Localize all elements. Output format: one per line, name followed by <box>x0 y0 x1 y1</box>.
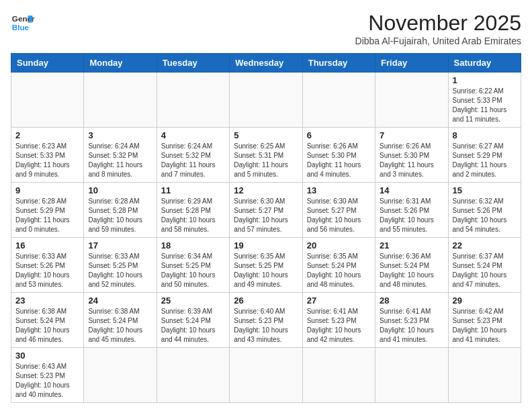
day-number: 19 <box>234 240 298 250</box>
calendar-cell: 30Sunrise: 6:43 AM Sunset: 5:23 PM Dayli… <box>11 348 84 403</box>
calendar-cell: 14Sunrise: 6:31 AM Sunset: 5:26 PM Dayli… <box>375 183 448 238</box>
calendar-cell: 18Sunrise: 6:34 AM Sunset: 5:25 PM Dayli… <box>157 238 229 293</box>
calendar-cell <box>230 348 302 403</box>
weekday-header-wednesday: Wednesday <box>230 54 302 73</box>
calendar-cell: 2Sunrise: 6:23 AM Sunset: 5:33 PM Daylig… <box>11 128 84 183</box>
day-info: Sunrise: 6:35 AM Sunset: 5:25 PM Dayligh… <box>234 252 298 289</box>
day-number: 26 <box>234 295 298 306</box>
calendar-cell: 4Sunrise: 6:24 AM Sunset: 5:32 PM Daylig… <box>157 128 229 183</box>
day-info: Sunrise: 6:33 AM Sunset: 5:26 PM Dayligh… <box>15 252 79 289</box>
day-info: Sunrise: 6:43 AM Sunset: 5:23 PM Dayligh… <box>15 362 79 400</box>
day-info: Sunrise: 6:32 AM Sunset: 5:26 PM Dayligh… <box>453 197 517 234</box>
day-info: Sunrise: 6:22 AM Sunset: 5:33 PM Dayligh… <box>453 87 517 124</box>
day-info: Sunrise: 6:25 AM Sunset: 5:31 PM Dayligh… <box>234 142 298 179</box>
day-number: 3 <box>88 130 152 140</box>
day-number: 10 <box>88 185 152 195</box>
day-number: 4 <box>161 130 225 140</box>
month-title: November 2025 <box>355 11 521 36</box>
day-number: 16 <box>15 240 79 250</box>
day-info: Sunrise: 6:34 AM Sunset: 5:25 PM Dayligh… <box>161 252 225 289</box>
day-info: Sunrise: 6:28 AM Sunset: 5:29 PM Dayligh… <box>15 197 79 234</box>
calendar-cell: 19Sunrise: 6:35 AM Sunset: 5:25 PM Dayli… <box>230 238 302 293</box>
day-number: 18 <box>161 240 225 250</box>
calendar-cell: 16Sunrise: 6:33 AM Sunset: 5:26 PM Dayli… <box>11 238 84 293</box>
day-info: Sunrise: 6:28 AM Sunset: 5:28 PM Dayligh… <box>88 197 152 234</box>
logo: General Blue <box>11 11 35 35</box>
calendar-cell <box>157 348 229 403</box>
day-info: Sunrise: 6:27 AM Sunset: 5:29 PM Dayligh… <box>453 142 517 179</box>
calendar-cell: 24Sunrise: 6:38 AM Sunset: 5:24 PM Dayli… <box>84 293 157 348</box>
calendar-cell <box>157 73 229 128</box>
day-number: 29 <box>453 295 517 306</box>
title-block: November 2025 Dibba Al-Fujairah, United … <box>355 11 521 46</box>
day-number: 11 <box>161 185 225 195</box>
day-info: Sunrise: 6:38 AM Sunset: 5:24 PM Dayligh… <box>88 307 152 345</box>
day-info: Sunrise: 6:23 AM Sunset: 5:33 PM Dayligh… <box>15 142 79 179</box>
day-number: 21 <box>380 240 443 250</box>
day-number: 22 <box>453 240 517 250</box>
calendar-cell <box>302 73 375 128</box>
calendar-row-1: 1Sunrise: 6:22 AM Sunset: 5:33 PM Daylig… <box>11 73 521 128</box>
calendar-cell: 13Sunrise: 6:30 AM Sunset: 5:27 PM Dayli… <box>302 183 375 238</box>
calendar-cell: 1Sunrise: 6:22 AM Sunset: 5:33 PM Daylig… <box>448 73 521 128</box>
weekday-header-sunday: Sunday <box>11 54 84 73</box>
calendar-cell: 11Sunrise: 6:29 AM Sunset: 5:28 PM Dayli… <box>157 183 229 238</box>
logo-icon: General Blue <box>11 11 35 35</box>
weekday-header-monday: Monday <box>84 54 157 73</box>
day-number: 28 <box>380 295 443 306</box>
day-number: 7 <box>380 130 443 140</box>
calendar-row-6: 30Sunrise: 6:43 AM Sunset: 5:23 PM Dayli… <box>11 348 521 403</box>
day-number: 17 <box>88 240 152 250</box>
day-info: Sunrise: 6:40 AM Sunset: 5:23 PM Dayligh… <box>234 307 298 345</box>
weekday-header-saturday: Saturday <box>448 54 521 73</box>
calendar-cell: 28Sunrise: 6:41 AM Sunset: 5:23 PM Dayli… <box>375 293 448 348</box>
calendar-row-2: 2Sunrise: 6:23 AM Sunset: 5:33 PM Daylig… <box>11 128 521 183</box>
calendar-cell: 17Sunrise: 6:33 AM Sunset: 5:25 PM Dayli… <box>84 238 157 293</box>
calendar-cell <box>375 348 448 403</box>
calendar-cell <box>11 73 84 128</box>
calendar-cell: 7Sunrise: 6:26 AM Sunset: 5:30 PM Daylig… <box>375 128 448 183</box>
day-info: Sunrise: 6:30 AM Sunset: 5:27 PM Dayligh… <box>234 197 298 234</box>
location-subtitle: Dibba Al-Fujairah, United Arab Emirates <box>355 36 521 46</box>
day-number: 30 <box>15 351 79 361</box>
calendar-cell: 23Sunrise: 6:38 AM Sunset: 5:24 PM Dayli… <box>11 293 84 348</box>
calendar-cell: 12Sunrise: 6:30 AM Sunset: 5:27 PM Dayli… <box>230 183 302 238</box>
day-info: Sunrise: 6:24 AM Sunset: 5:32 PM Dayligh… <box>161 142 225 179</box>
calendar-cell: 15Sunrise: 6:32 AM Sunset: 5:26 PM Dayli… <box>448 183 521 238</box>
calendar-row-3: 9Sunrise: 6:28 AM Sunset: 5:29 PM Daylig… <box>11 183 521 238</box>
day-info: Sunrise: 6:26 AM Sunset: 5:30 PM Dayligh… <box>380 142 443 179</box>
calendar-cell: 27Sunrise: 6:41 AM Sunset: 5:23 PM Dayli… <box>302 293 375 348</box>
calendar-cell: 8Sunrise: 6:27 AM Sunset: 5:29 PM Daylig… <box>448 128 521 183</box>
calendar-cell: 29Sunrise: 6:42 AM Sunset: 5:23 PM Dayli… <box>448 293 521 348</box>
weekday-header-friday: Friday <box>375 54 448 73</box>
day-info: Sunrise: 6:39 AM Sunset: 5:24 PM Dayligh… <box>161 307 225 345</box>
calendar-cell <box>448 348 521 403</box>
day-info: Sunrise: 6:36 AM Sunset: 5:24 PM Dayligh… <box>380 252 443 289</box>
calendar-table: SundayMondayTuesdayWednesdayThursdayFrid… <box>11 53 521 403</box>
day-info: Sunrise: 6:24 AM Sunset: 5:32 PM Dayligh… <box>88 142 152 179</box>
day-info: Sunrise: 6:26 AM Sunset: 5:30 PM Dayligh… <box>307 142 371 179</box>
calendar-cell: 6Sunrise: 6:26 AM Sunset: 5:30 PM Daylig… <box>302 128 375 183</box>
day-number: 1 <box>453 75 517 85</box>
calendar-cell <box>84 73 157 128</box>
day-number: 6 <box>307 130 371 140</box>
calendar-cell: 3Sunrise: 6:24 AM Sunset: 5:32 PM Daylig… <box>84 128 157 183</box>
calendar-cell <box>230 73 302 128</box>
calendar-row-5: 23Sunrise: 6:38 AM Sunset: 5:24 PM Dayli… <box>11 293 521 348</box>
day-info: Sunrise: 6:33 AM Sunset: 5:25 PM Dayligh… <box>88 252 152 289</box>
calendar-row-4: 16Sunrise: 6:33 AM Sunset: 5:26 PM Dayli… <box>11 238 521 293</box>
calendar-cell: 22Sunrise: 6:37 AM Sunset: 5:24 PM Dayli… <box>448 238 521 293</box>
day-number: 9 <box>15 185 79 195</box>
day-number: 20 <box>307 240 371 250</box>
day-info: Sunrise: 6:42 AM Sunset: 5:23 PM Dayligh… <box>453 307 517 345</box>
day-info: Sunrise: 6:41 AM Sunset: 5:23 PM Dayligh… <box>307 307 371 345</box>
day-info: Sunrise: 6:41 AM Sunset: 5:23 PM Dayligh… <box>380 307 443 345</box>
calendar-cell: 26Sunrise: 6:40 AM Sunset: 5:23 PM Dayli… <box>230 293 302 348</box>
day-number: 13 <box>307 185 371 195</box>
calendar-cell: 10Sunrise: 6:28 AM Sunset: 5:28 PM Dayli… <box>84 183 157 238</box>
day-info: Sunrise: 6:30 AM Sunset: 5:27 PM Dayligh… <box>307 197 371 234</box>
day-number: 14 <box>380 185 443 195</box>
calendar-cell <box>302 348 375 403</box>
weekday-header-tuesday: Tuesday <box>157 54 229 73</box>
day-info: Sunrise: 6:38 AM Sunset: 5:24 PM Dayligh… <box>15 307 79 345</box>
